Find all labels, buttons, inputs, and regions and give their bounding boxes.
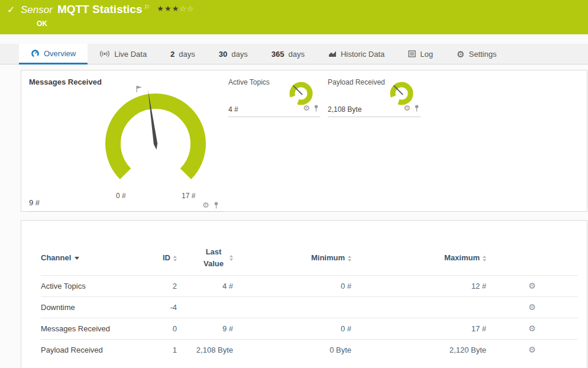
cell-maximum: 12 #: [351, 275, 486, 296]
tab-label: Live Data: [114, 50, 147, 59]
active-topics-gauge-block: Active Topics 4 # ⚙: [228, 78, 320, 121]
cell-minimum: 0 #: [233, 318, 351, 339]
sort-icon: [173, 256, 177, 262]
primary-gauge-actions: ⚙: [202, 201, 219, 209]
cell-channel: Messages Received: [41, 318, 147, 339]
cell-last-value: [177, 296, 233, 318]
overview-gauge-icon: [31, 49, 40, 58]
gauge-pin-icon[interactable]: [414, 105, 419, 112]
object-kind-label: Sensor: [21, 4, 53, 15]
tab-label: Historic Data: [341, 50, 385, 59]
gauge-divider: [228, 117, 320, 117]
primary-gauge-value: 9 #: [29, 198, 40, 207]
page-title: MQTT Statistics: [57, 3, 143, 15]
priority-flag-icon[interactable]: ⚐: [144, 4, 150, 11]
gauge-divider: [29, 211, 224, 212]
status-check-icon: ✓: [7, 4, 15, 15]
cell-last-value: 4 #: [177, 275, 233, 296]
table-header-row: Channel ID Last Value Minimum Maximum: [41, 241, 578, 275]
tab-label: days: [179, 50, 195, 59]
col-header-maximum[interactable]: Maximum: [351, 241, 486, 275]
cell-last-value: 9 #: [177, 318, 233, 339]
col-header-channel[interactable]: Channel: [41, 241, 147, 275]
sensor-header: ✓ SensorMQTT Statistics⚐★★★☆☆ OK: [0, 0, 588, 34]
col-header-label: ID: [163, 253, 170, 262]
col-header-id[interactable]: ID: [147, 241, 177, 275]
cell-id: 2: [147, 275, 177, 296]
gauge-pin-icon[interactable]: [214, 202, 219, 209]
gauges-panel: Messages Received 0 # 17 # 9 # ⚙ Active …: [21, 70, 587, 212]
table-row: Downtime -4 ⚙: [41, 296, 578, 318]
payload-received-gauge-block: Payload Received 2,108 Byte ⚙: [328, 78, 421, 121]
gauge-divider: [328, 117, 421, 117]
tab-historic-data[interactable]: Historic Data: [316, 44, 396, 64]
priority-stars[interactable]: ★★★☆☆: [157, 4, 194, 13]
channel-table-panel: Channel ID Last Value Minimum Maximum: [21, 220, 587, 368]
cell-maximum: 2,120 Byte: [351, 339, 486, 360]
tab-bar: Overview Live Data 2 days 30 days 365 da…: [0, 44, 588, 64]
table-row: Messages Received 0 9 # 0 # 17 # ⚙: [41, 318, 578, 339]
cell-id: 0: [147, 318, 177, 339]
tab-30-days[interactable]: 30 days: [207, 44, 260, 64]
primary-gauge: [88, 85, 224, 186]
tab-settings[interactable]: ⚙ Settings: [445, 44, 508, 64]
cell-id: -4: [147, 296, 177, 318]
gauge-pin-icon[interactable]: [314, 105, 319, 112]
tab-label: Settings: [469, 50, 497, 59]
tab-2-days[interactable]: 2 days: [159, 44, 207, 64]
settings-gear-icon: ⚙: [457, 50, 464, 59]
channel-settings-gear-icon[interactable]: ⚙: [528, 345, 536, 354]
stars-filled-icon[interactable]: ★★★: [157, 4, 179, 13]
channel-settings-gear-icon[interactable]: ⚙: [528, 302, 536, 312]
tab-label: Log: [420, 50, 433, 59]
cell-channel: Active Topics: [41, 275, 147, 296]
tab-number: 30: [219, 50, 227, 59]
col-header-label: Channel: [41, 253, 71, 262]
gauge-scale-min: 0 #: [116, 192, 126, 200]
small-gauge-value: 4 #: [228, 105, 238, 114]
gauge-settings-gear-icon[interactable]: ⚙: [303, 104, 310, 112]
tab-label: days: [231, 50, 247, 59]
page-content: Messages Received 0 # 17 # 9 # ⚙ Active …: [0, 65, 588, 368]
gauge-scale-max: 17 #: [182, 192, 195, 200]
live-data-signal-icon: [99, 50, 110, 57]
sort-icon: [230, 255, 233, 261]
tab-number: 365: [272, 50, 285, 59]
historic-data-chart-icon: [328, 50, 337, 57]
gauge-settings-gear-icon[interactable]: ⚙: [403, 104, 411, 112]
tab-label: days: [288, 50, 304, 59]
tab-label: Overview: [44, 49, 76, 58]
table-row: Payload Received 1 2,108 Byte 0 Byte 2,1…: [41, 339, 578, 360]
col-header-settings: [486, 241, 578, 275]
cell-minimum: [233, 296, 351, 318]
gauge-marker-icon: [137, 86, 142, 92]
tab-live-data[interactable]: Live Data: [88, 44, 159, 64]
stars-empty-icon[interactable]: ☆☆: [179, 4, 194, 13]
col-header-minimum[interactable]: Minimum: [233, 241, 351, 275]
cell-maximum: 17 #: [351, 318, 486, 339]
log-list-icon: [408, 50, 416, 57]
cell-minimum: 0 #: [233, 275, 351, 296]
cell-maximum: [351, 296, 486, 318]
cell-channel: Payload Received: [41, 339, 147, 360]
cell-id: 1: [147, 339, 177, 360]
table-row: Active Topics 2 4 # 0 # 12 # ⚙: [41, 275, 578, 296]
sort-icon: [348, 256, 351, 262]
channel-settings-gear-icon[interactable]: ⚙: [528, 281, 536, 290]
tab-number: 2: [170, 50, 175, 59]
tab-log[interactable]: Log: [396, 44, 445, 64]
cell-last-value: 2,108 Byte: [177, 339, 233, 360]
tab-overview[interactable]: Overview: [19, 44, 88, 64]
channel-settings-gear-icon[interactable]: ⚙: [528, 324, 536, 333]
sort-icon: [483, 256, 486, 262]
col-header-label: Last Value: [201, 246, 227, 269]
small-gauge-actions: ⚙: [403, 104, 419, 112]
tab-365-days[interactable]: 365 days: [260, 44, 316, 64]
channel-table: Channel ID Last Value Minimum Maximum: [41, 241, 578, 360]
sensor-title-row: SensorMQTT Statistics⚐★★★☆☆: [21, 3, 195, 16]
cell-channel: Downtime: [41, 296, 147, 318]
col-header-last-value[interactable]: Last Value: [177, 241, 233, 275]
gauge-settings-gear-icon[interactable]: ⚙: [202, 201, 209, 209]
col-header-label: Maximum: [444, 253, 480, 262]
cell-minimum: 0 Byte: [233, 339, 351, 360]
